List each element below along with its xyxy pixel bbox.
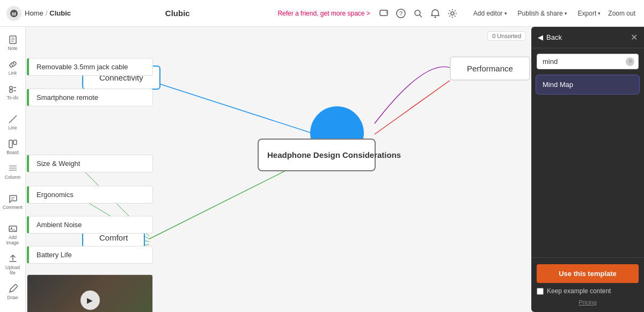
sidebar-item-add-image[interactable]: Add image [2, 221, 24, 248]
panel-search-area: ✕ [531, 48, 644, 75]
svg-text:0: 0 [386, 10, 388, 14]
topbar-title: Clubic [77, 9, 277, 18]
keep-example-checkbox[interactable] [537, 288, 544, 295]
board-label: Board [6, 150, 19, 155]
topbar: M Home / Clubic Clubic Refer a friend, g… [0, 0, 644, 27]
leaf-node-6[interactable]: Battery Life [27, 246, 153, 264]
help-icon[interactable]: ? [395, 8, 407, 19]
sidebar-item-upload-file[interactable]: Upload file [2, 251, 24, 278]
svg-line-30 [375, 81, 450, 134]
topbar-right: Refer a friend, get more space > 0 ? Add… [277, 8, 644, 19]
panel-close-button[interactable]: ✕ [631, 32, 638, 42]
keep-example-label: Keep example content [547, 287, 611, 295]
sidebar: Note Link To-do Line Board Column Commen… [0, 27, 26, 312]
svg-rect-19 [9, 140, 12, 148]
logo-icon[interactable]: M [6, 6, 21, 21]
keep-example-row: Keep example content [537, 287, 639, 295]
panel-search-wrap: ✕ [537, 54, 639, 69]
svg-point-9 [451, 12, 454, 15]
template-result-mind-map[interactable]: Mind Map [536, 75, 640, 95]
comment-label: Comment [3, 205, 23, 210]
svg-text:?: ? [399, 10, 402, 17]
svg-line-7 [420, 15, 422, 17]
svg-rect-16 [10, 90, 12, 92]
draw-label: Draw [8, 295, 18, 300]
svg-point-8 [434, 16, 436, 18]
breadcrumb-separator: / [46, 9, 48, 17]
sidebar-item-column[interactable]: Column [2, 161, 24, 183]
svg-line-28 [149, 81, 316, 134]
panel-footer: Use this template Keep example content P… [531, 257, 644, 312]
search-icon[interactable] [412, 8, 424, 19]
link-label: Link [9, 70, 17, 76]
svg-point-6 [415, 10, 420, 16]
add-image-label: Add image [5, 235, 21, 245]
zoom-out-button[interactable]: Zoom out [608, 10, 635, 17]
add-editor-button[interactable]: Add editor▾ [470, 8, 510, 19]
sidebar-item-line[interactable]: Line [2, 112, 24, 133]
note-label: Note [8, 46, 18, 51]
use-template-button[interactable]: Use this template [537, 264, 639, 283]
topbar-actions: Add editor▾ Publish & share▾ Export▾ Zoo… [470, 8, 635, 19]
sidebar-item-link[interactable]: Link [2, 57, 24, 78]
sidebar-item-draw[interactable]: Draw [2, 281, 24, 303]
breadcrumb-workspace[interactable]: Clubic [49, 9, 71, 17]
sidebar-item-todo[interactable]: To-do [2, 82, 24, 103]
video-play-button[interactable]: ▶ [80, 291, 100, 310]
unsorted-badge: 0 Unsorted [487, 31, 526, 41]
leaf-node-1[interactable]: Removable 3.5mm jack cable [27, 58, 153, 76]
svg-rect-20 [13, 140, 17, 144]
device-icon[interactable]: 0 [378, 8, 390, 19]
svg-rect-14 [10, 86, 12, 89]
leaf-node-5[interactable]: Ambient Noise [27, 216, 153, 234]
back-arrow-icon: ◀ [538, 33, 543, 41]
leaf-node-3[interactable]: Size & Weight [27, 155, 153, 172]
export-button[interactable]: Export▾ [575, 8, 604, 19]
topbar-left: M Home / Clubic [0, 6, 77, 21]
sidebar-item-note[interactable]: Note [2, 32, 24, 54]
upload-file-label: Upload file [5, 265, 21, 275]
search-clear-button[interactable]: ✕ [626, 57, 634, 66]
sidebar-item-comment[interactable]: Comment [2, 191, 24, 213]
side-panel: ◀ Back ✕ ✕ Mind Map Use this template Ke… [531, 27, 644, 312]
panel-header: ◀ Back ✕ [531, 27, 644, 48]
notification-icon[interactable] [429, 8, 441, 19]
pricing-link[interactable]: Pricing [537, 299, 639, 306]
todo-label: To-do [7, 95, 18, 100]
settings-icon[interactable] [447, 8, 458, 19]
sidebar-item-board[interactable]: Board [2, 136, 24, 158]
svg-line-18 [9, 115, 17, 123]
breadcrumb: Home / Clubic [25, 9, 71, 17]
publish-share-button[interactable]: Publish & share▾ [515, 8, 570, 19]
breadcrumb-home[interactable]: Home [25, 9, 43, 17]
leaf-node-4[interactable]: Ergonomics [27, 186, 153, 204]
center-node[interactable]: Headphone Design Considerations [258, 139, 376, 171]
leaf-node-2[interactable]: Smartphone remote [27, 89, 153, 106]
friend-referral-link[interactable]: Refer a friend, get more space > [277, 10, 370, 17]
topbar-icons: 0 ? [378, 8, 458, 19]
panel-back-button[interactable]: ◀ Back [538, 33, 562, 41]
line-label: Line [8, 125, 17, 130]
panel-results: Mind Map [531, 75, 644, 257]
column-label: Column [5, 175, 20, 180]
video-thumbnail[interactable]: ▶ [27, 274, 153, 312]
panel-search-input[interactable] [537, 54, 639, 69]
svg-text:M: M [12, 11, 16, 17]
performance-node[interactable]: Performance [450, 56, 530, 81]
